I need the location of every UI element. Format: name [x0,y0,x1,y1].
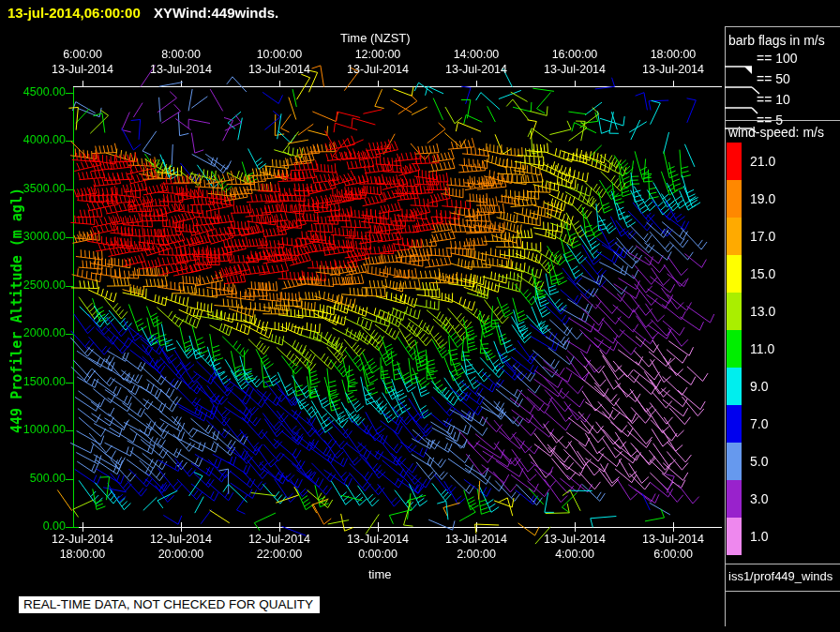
colorbar-swatch [727,293,742,330]
left-axis-tick-label: 1500.00 [8,375,66,388]
top-axis-tick-label: 10:00:0013-Jul-2014 [228,47,331,77]
top-axis-tick-label: 12:00:0013-Jul-2014 [326,47,429,77]
colorbar-swatch [727,218,742,255]
left-axis-tick-label: 1000.00 [8,423,66,436]
legend-separator [725,591,840,592]
bottom-axis-tick-label: 12-Jul-201422:00:00 [228,532,331,562]
top-axis-tick-label: 8:00:0013-Jul-2014 [129,47,232,77]
left-axis-tick-label: 2000.00 [8,326,66,339]
legend-separator [725,564,840,564]
colorbar-value: 5.0 [750,454,797,469]
bottom-axis-tick-label: 12-Jul-201418:00:00 [31,532,134,562]
colorbar-swatch [727,480,742,518]
title-datetime: 13-jul-2014,06:00:00 [8,5,141,21]
top-axis-tick-label: 18:00:0013-Jul-2014 [622,47,725,77]
colorbar-swatch [727,255,742,293]
colorbar-swatch [727,180,742,218]
colorbar-swatch [727,518,742,555]
top-axis-tick-label: 16:00:0013-Jul-2014 [523,47,626,77]
colorbar-value: 19.0 [750,191,797,206]
colorbar-value: 3.0 [750,491,797,506]
left-axis-tick-label: 500.00 [8,472,66,485]
left-axis-tick-label: 4500.00 [8,85,66,98]
left-axis-tick-label: 0.00 [8,519,66,533]
left-axis-title: 449 Profiler Altitude (m agl) [8,179,25,442]
barb-flags-legend-title: barb flags in m/s [728,33,825,48]
data-source-label: iss1/prof449_winds [728,569,832,583]
page-title: XYWind:449winds. [154,5,278,21]
colorbar-swatch [727,330,742,368]
bottom-axis-tick-label: 13-Jul-20144:00:00 [523,532,626,562]
legend-label: == 100 [757,51,798,66]
legend-separator [725,26,840,27]
quality-notice: REAL-TIME DATA, NOT CHECKED FOR QUALITY [19,596,320,613]
left-axis-tick-label: 3500.00 [8,182,66,195]
colorbar-value: 17.0 [750,229,797,244]
bottom-axis-title: time [368,567,392,581]
legend-label: == 50 [757,71,790,86]
wind-profile-chart-window: 13-jul-2014,06:00:00 XYWind:449winds. Ti… [0,0,840,632]
legend-label: == 10 [757,92,790,107]
top-axis-title: Time (NZST) [340,31,411,45]
colorbar-value: 21.0 [750,154,797,169]
left-axis-tick-label: 2500.00 [8,278,66,292]
colorbar-value: 11.0 [750,341,797,356]
top-axis-tick-label: 6:00:0013-Jul-2014 [31,47,134,77]
colorbar-value: 1.0 [750,529,797,544]
colorbar-value: 7.0 [750,416,797,431]
bottom-axis-tick-label: 13-Jul-20142:00:00 [425,532,528,562]
colorbar-swatch [727,368,742,405]
bottom-axis-tick-label: 12-Jul-201420:00:00 [129,532,232,562]
colorbar-swatch [727,143,742,180]
wind-speed-scale-title: wind-speed: m/s [728,125,824,140]
left-axis-tick-label: 3000.00 [8,230,66,243]
colorbar-swatch [727,443,742,480]
title-bar: 13-jul-2014,06:00:00 XYWind:449winds. [8,5,278,21]
colorbar-value: 15.0 [750,266,797,281]
colorbar-value: 9.0 [750,379,797,394]
bottom-axis-tick-label: 13-Jul-20146:00:00 [622,532,725,562]
top-axis-tick-label: 14:00:0013-Jul-2014 [425,47,528,77]
bottom-axis-tick-label: 13-Jul-20140:00:00 [326,532,429,562]
colorbar-value: 13.0 [750,304,797,319]
colorbar-swatch [727,405,742,443]
left-axis-tick-label: 4000.00 [8,133,66,146]
